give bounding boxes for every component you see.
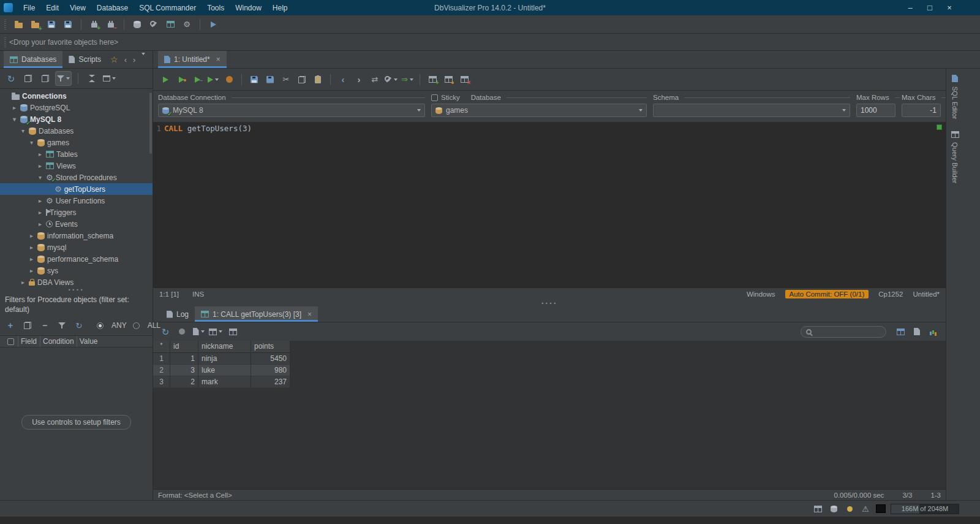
filter-select-checkbox[interactable] <box>5 336 18 347</box>
refresh-filter-button[interactable]: ↻ <box>74 320 85 331</box>
save-all-button[interactable] <box>61 17 75 32</box>
connect-button[interactable] <box>87 17 102 32</box>
memory-indicator[interactable]: 166M of 2048M <box>891 504 959 514</box>
grid-menu-button[interactable] <box>208 324 224 339</box>
id-cell[interactable]: 1 <box>170 353 198 365</box>
reload-result-button[interactable]: ↻ <box>158 324 173 339</box>
warnings-button[interactable]: ⚠ <box>860 503 871 514</box>
favorites-grip[interactable] <box>4 37 6 47</box>
forward-button[interactable]: › <box>352 72 366 87</box>
tree-item-performance-schema[interactable]: ▸performance_schema <box>0 253 153 265</box>
tree-item-postgresql[interactable]: ▸PostgreSQL <box>0 102 153 113</box>
strip-tab-query-builder[interactable]: Query Builder <box>949 131 961 183</box>
expand-collapsed-icon[interactable]: ▸ <box>37 151 43 158</box>
continue-options-button[interactable]: ⇒ <box>400 72 415 87</box>
max-chars-input[interactable]: -1 <box>902 104 941 117</box>
points-cell[interactable]: 980 <box>251 365 290 376</box>
setup-filters-button[interactable]: Use controls to setup filters <box>21 415 131 430</box>
tree-item-mysql[interactable]: ▸mysql <box>0 241 153 253</box>
expand-collapsed-icon[interactable]: ▸ <box>20 279 26 286</box>
tab-log[interactable]: Log <box>160 306 195 322</box>
database-select[interactable]: games <box>431 104 647 117</box>
menu-database[interactable]: Database <box>91 2 134 13</box>
expand-collapsed-icon[interactable]: ▸ <box>37 162 43 169</box>
export-menu-button[interactable] <box>191 324 206 339</box>
tree-item-events[interactable]: ▸Events <box>0 218 153 230</box>
driver-manager-button[interactable] <box>146 17 161 32</box>
menu-tools[interactable]: Tools <box>202 2 230 13</box>
tab-list-icon[interactable] <box>138 55 148 64</box>
remove-filter-button[interactable]: − <box>39 320 50 331</box>
tree-item-stored-procedures[interactable]: ▾⚙Stored Procedures <box>0 172 153 183</box>
column-header-nickname[interactable]: nickname <box>198 341 251 353</box>
filter-col-field[interactable]: Field <box>18 336 40 347</box>
expand-collapsed-icon[interactable]: ▸ <box>11 104 18 111</box>
history-button[interactable]: ⇄ <box>368 72 382 87</box>
monitor-load-button[interactable] <box>175 324 189 339</box>
strip-tab-sql-editor[interactable]: SQL Editor <box>949 75 961 119</box>
close-tab-icon[interactable]: × <box>307 310 312 319</box>
schema-select[interactable] <box>653 104 850 117</box>
copy-filter-button[interactable] <box>22 320 33 331</box>
stop-button[interactable] <box>222 72 236 87</box>
tab-scripts[interactable]: Scripts <box>62 51 107 68</box>
tree-item-triggers[interactable]: ▸Triggers <box>0 207 153 218</box>
tree-item-mysql-8[interactable]: ▾MySQL 8 <box>0 113 153 125</box>
tree-filter-splitter[interactable]: ···· <box>0 287 153 293</box>
grid-corner-cell[interactable]: * <box>153 341 170 353</box>
favorites-star-icon[interactable]: ☆ <box>107 55 121 64</box>
menu-help[interactable]: Help <box>267 2 293 13</box>
nickname-cell[interactable]: ninja <box>198 353 251 365</box>
expand-expanded-icon[interactable]: ▾ <box>28 139 35 146</box>
describe-button[interactable] <box>225 324 240 339</box>
tree-item-connections[interactable]: Connections <box>0 90 153 102</box>
tool-properties-button[interactable]: ⚙ <box>179 17 194 32</box>
text-view-button[interactable] <box>910 324 924 339</box>
cut-button[interactable]: ✂ <box>279 72 293 87</box>
auto-commit-badge[interactable]: Auto Commit: OFF (0/1) <box>785 290 869 298</box>
nickname-cell[interactable]: mark <box>198 376 251 388</box>
notifications-button[interactable] <box>844 503 855 514</box>
max-rows-input[interactable]: 1000 <box>856 104 895 117</box>
expand-expanded-icon[interactable]: ▾ <box>11 116 18 123</box>
table-data-button[interactable] <box>163 17 178 32</box>
prev-tab-icon[interactable]: ‹ <box>121 55 130 64</box>
grid-status-button[interactable] <box>812 503 823 514</box>
copy-object-name-button[interactable] <box>21 71 36 86</box>
row-number-cell[interactable]: 3 <box>153 376 170 388</box>
chart-view-button[interactable] <box>926 324 941 339</box>
id-cell[interactable]: 3 <box>170 365 198 376</box>
execute-button[interactable] <box>158 72 173 87</box>
expand-collapsed-icon[interactable]: ▸ <box>28 267 35 274</box>
tree-item-dba-views[interactable]: ▸DBA Views <box>0 276 153 287</box>
tree-item-tables[interactable]: ▸Tables <box>0 148 153 160</box>
encoding[interactable]: Cp1252 <box>878 290 903 298</box>
expand-collapsed-icon[interactable]: ▸ <box>28 256 35 262</box>
points-cell[interactable]: 5450 <box>251 353 290 365</box>
view-options-button[interactable] <box>102 71 117 86</box>
tab-result-1[interactable]: 1: CALL getTopUsers(3) [3] × <box>195 306 318 322</box>
editor-settings-button[interactable] <box>383 72 399 87</box>
back-button[interactable]: ‹ <box>336 72 350 87</box>
row-number-cell[interactable]: 1 <box>153 353 170 365</box>
menu-sql-commander[interactable]: SQL Commander <box>134 2 202 13</box>
save-sql-button[interactable] <box>247 72 262 87</box>
expand-collapsed-icon[interactable]: ▸ <box>37 221 43 227</box>
editor-results-splitter[interactable]: ···· <box>153 300 946 306</box>
line-separator[interactable]: Windows <box>747 290 775 298</box>
row-number-cell[interactable]: 2 <box>153 365 170 376</box>
export-result-button[interactable] <box>425 72 440 87</box>
expand-collapsed-icon[interactable]: ▸ <box>28 244 35 251</box>
tab-databases[interactable]: Databases <box>4 51 62 68</box>
database-connection-select[interactable]: MySQL 8 <box>158 104 425 117</box>
menu-view[interactable]: View <box>64 2 91 13</box>
maximize-button[interactable]: □ <box>920 3 940 12</box>
filter-objects-button[interactable] <box>55 71 72 86</box>
sticky-checkbox[interactable] <box>431 94 438 101</box>
table-row[interactable]: 32mark237 <box>153 376 946 388</box>
result-search-input[interactable] <box>801 326 886 338</box>
execute-options-button[interactable] <box>206 72 221 87</box>
tree-item-views[interactable]: ▸Views <box>0 160 153 172</box>
minimize-button[interactable]: – <box>900 3 920 12</box>
toolbar-grip[interactable] <box>4 20 6 29</box>
